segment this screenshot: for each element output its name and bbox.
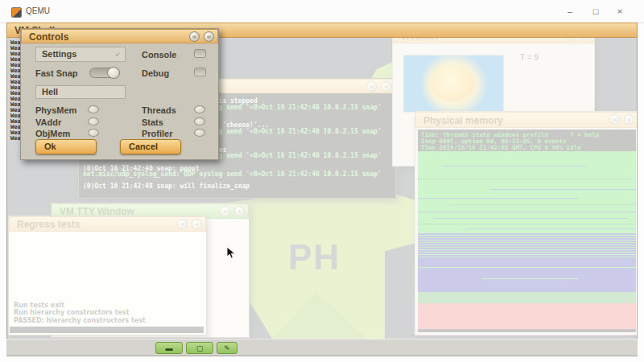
qemu-host-window: QEMU – □ × PH (0)Oct 16 21:42:40 vm: mai… [0, 0, 644, 362]
window-icon: ▢ [196, 344, 204, 352]
fast-snap-toggle[interactable] [89, 68, 120, 78]
terminal-icon: ▬ [166, 344, 173, 352]
qemu-app-icon [11, 7, 22, 18]
stats-radio-label: Stats [142, 117, 163, 127]
debug-checkbox[interactable] [194, 68, 206, 76]
objmem-radio-label: ObjMem [35, 129, 70, 138]
toggle-knob[interactable] [107, 67, 120, 79]
profiler-radio-label: Profiler [142, 129, 173, 138]
settings-dropdown-label: Settings [42, 49, 76, 59]
debug-label: Debug [142, 68, 169, 78]
objmem-radio[interactable] [88, 129, 99, 137]
close-button[interactable]: × [609, 5, 631, 18]
physmem-radio-label: PhysMem [35, 105, 76, 115]
maximize-button[interactable]: □ [584, 5, 607, 18]
controls-titlebar[interactable]: Controls [21, 29, 218, 43]
threads-radio-label: Threads [142, 105, 176, 115]
threads-radio[interactable] [194, 105, 205, 113]
controls-close-button-icon[interactable] [204, 31, 214, 42]
console-checkbox[interactable] [194, 49, 206, 58]
controls-window: Controls Settings ✓ Console Fast Snap De… [20, 28, 219, 160]
guest-display: PH (0)Oct 16 21:42:40 vm: main thread is… [6, 23, 638, 356]
host-titlebar: QEMU – □ × [0, 0, 644, 23]
ok-button[interactable]: Ok [35, 139, 97, 154]
dropdown-check-icon: ✓ [114, 48, 121, 62]
cancel-button[interactable]: Cancel [120, 139, 181, 154]
pencil-icon: ✎ [224, 344, 230, 352]
console-label: Console [142, 50, 176, 60]
vaddr-radio[interactable] [88, 117, 99, 125]
physmem-radio[interactable] [88, 105, 99, 113]
fast-snap-label: Fast Snap [35, 68, 78, 78]
minimize-button[interactable]: – [559, 5, 581, 18]
controls-window-button-icon[interactable] [189, 31, 200, 42]
host-window-title: QEMU [26, 6, 50, 15]
taskbar-window-button[interactable]: ▢ [186, 342, 213, 354]
mouse-cursor-icon [226, 246, 236, 259]
stats-radio[interactable] [194, 117, 205, 125]
settings-dropdown[interactable]: Settings ✓ [35, 47, 126, 62]
profiler-radio[interactable] [194, 129, 205, 137]
taskbar-edit-button[interactable]: ✎ [217, 342, 237, 354]
taskbar: ▬ ▢ ✎ [6, 339, 638, 356]
controls-title: Controls [29, 31, 68, 43]
taskbar-terminal-button[interactable]: ▬ [155, 342, 183, 354]
hell-input-field[interactable]: Hell [35, 85, 126, 99]
vaddr-radio-label: VAddr [35, 117, 61, 127]
